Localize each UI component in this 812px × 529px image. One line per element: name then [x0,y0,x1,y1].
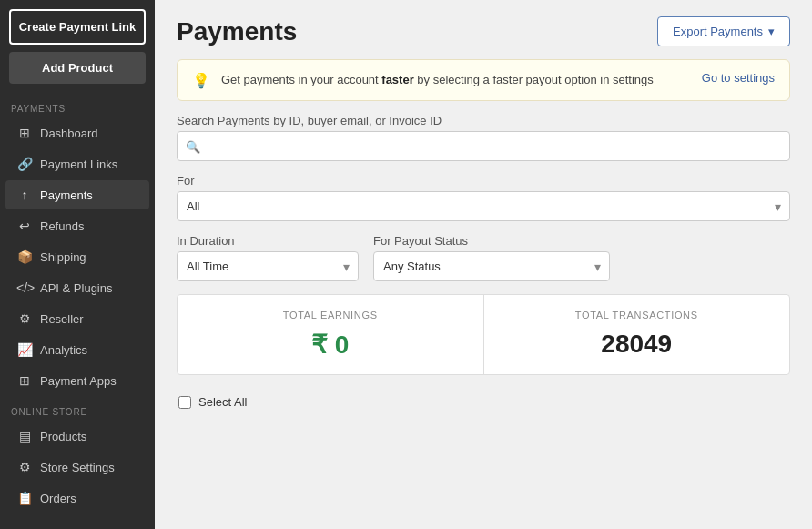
online-store-section-label: ONLINE STORE [0,396,155,421]
duration-select-wrap: All Time Today Yesterday Last 7 Days Las… [177,251,359,281]
duration-filter-group: In Duration All Time Today Yesterday Las… [177,234,359,281]
sidebar-item-label: Payments [40,188,93,202]
store-settings-icon: ⚙ [16,460,33,474]
for-filter-section: For All [177,174,790,221]
earnings-value: ₹ 0 [192,330,469,360]
sidebar-item-payment-links[interactable]: 🔗 Payment Links [5,149,149,178]
refunds-icon: ↩ [16,219,33,233]
page-header: Payments Export Payments ▾ [155,0,812,59]
sidebar-item-dashboard[interactable]: ⊞ Dashboard [5,118,149,148]
info-banner-text: Get payments in your account faster by s… [221,71,691,89]
total-transactions-card: TOTAL TRANSACTIONS 28049 [484,295,790,374]
search-label: Search Payments by ID, buyer email, or I… [177,114,790,127]
sidebar-item-label: Store Settings [40,461,115,474]
payout-filter-select[interactable]: Any Status Paid Pending Failed [373,251,610,281]
sidebar-item-label: Payment Links [40,158,117,171]
select-all-row: Select All [177,388,790,409]
sidebar-item-label: Refunds [40,219,84,233]
sidebar-item-payment-apps[interactable]: ⊞ Payment Apps [5,366,149,395]
payout-select-wrap: Any Status Paid Pending Failed [373,251,610,281]
select-all-label[interactable]: Select All [198,395,247,409]
payments-icon: ↑ [16,188,33,202]
sidebar-item-label: Dashboard [40,127,98,140]
search-icon: 🔍 [186,139,200,153]
content-area: 💡 Get payments in your account faster by… [155,59,812,431]
search-section: Search Payments by ID, buyer email, or I… [177,114,790,161]
search-input[interactable] [177,131,790,161]
for-filter-label: For [177,174,790,188]
sidebar-item-store-settings[interactable]: ⚙ Store Settings [5,453,149,482]
sidebar-item-label: API & Plugins [40,281,113,295]
duration-filter-select[interactable]: All Time Today Yesterday Last 7 Days Las… [177,251,359,281]
chevron-down-icon: ▾ [768,25,775,38]
shipping-icon: 📦 [16,249,33,264]
payments-section-label: PAYMENTS [0,93,155,117]
search-input-wrap: 🔍 [177,131,790,161]
go-to-settings-link[interactable]: Go to settings [702,71,775,85]
reseller-icon: ⚙ [16,311,33,326]
sidebar-item-label: Orders [40,492,76,505]
create-payment-button[interactable]: Create Payment Link [9,9,146,45]
sidebar-item-products[interactable]: ▤ Products [5,422,149,451]
duration-filter-label: In Duration [177,234,359,248]
export-payments-button[interactable]: Export Payments ▾ [657,16,790,46]
sidebar-item-label: Shipping [40,250,86,264]
link-icon: 🔗 [16,157,33,171]
payment-apps-icon: ⊞ [16,373,33,388]
orders-icon: 📋 [16,491,33,505]
products-icon: ▤ [16,429,33,443]
info-text-bold: faster [381,73,413,86]
lightbulb-icon: 💡 [192,72,210,89]
sidebar-item-payments[interactable]: ↑ Payments [5,180,149,209]
sidebar-item-analytics[interactable]: 📈 Analytics [5,335,149,364]
analytics-icon: 📈 [16,342,33,357]
earnings-label: TOTAL EARNINGS [192,310,469,320]
api-icon: </> [16,280,33,295]
transactions-label: TOTAL TRANSACTIONS [499,310,776,320]
total-earnings-card: TOTAL EARNINGS ₹ 0 [178,295,484,374]
info-text-before: Get payments in your account [221,73,381,86]
stats-row: TOTAL EARNINGS ₹ 0 TOTAL TRANSACTIONS 28… [177,294,790,375]
payout-filter-group: For Payout Status Any Status Paid Pendin… [373,234,610,281]
dashboard-icon: ⊞ [16,126,33,140]
sidebar-top: Create Payment Link Add Product [0,0,155,93]
sidebar-item-refunds[interactable]: ↩ Refunds [5,211,149,240]
for-filter-wrap: All [177,191,790,221]
sidebar-item-label: Payment Apps [40,374,117,388]
select-all-checkbox[interactable] [178,396,191,409]
sidebar: Create Payment Link Add Product PAYMENTS… [0,0,155,529]
export-label: Export Payments [673,25,763,38]
transactions-value: 28049 [499,330,776,359]
info-text-after: by selecting a faster payout option in s… [414,73,654,86]
main-content: Payments Export Payments ▾ 💡 Get payment… [155,0,812,529]
sidebar-item-api-plugins[interactable]: </> API & Plugins [5,273,149,302]
for-filter-select[interactable]: All [177,191,790,221]
page-title: Payments [177,17,297,46]
sidebar-item-reseller[interactable]: ⚙ Reseller [5,304,149,333]
filters-row: In Duration All Time Today Yesterday Las… [177,234,790,281]
payout-filter-label: For Payout Status [373,234,610,248]
sidebar-item-label: Products [40,430,86,443]
add-product-button[interactable]: Add Product [9,52,146,84]
sidebar-item-label: Analytics [40,343,87,357]
info-banner: 💡 Get payments in your account faster by… [177,59,790,101]
sidebar-item-shipping[interactable]: 📦 Shipping [5,242,149,271]
sidebar-item-orders[interactable]: 📋 Orders [5,483,149,513]
sidebar-item-label: Reseller [40,312,84,326]
